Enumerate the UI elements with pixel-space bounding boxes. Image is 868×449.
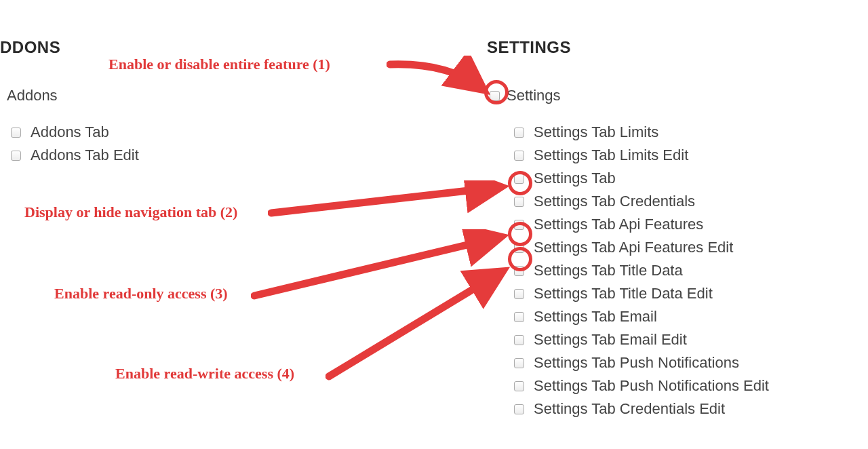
addons-parent-label: Addons (7, 87, 58, 104)
list-item[interactable]: Settings Tab Email (514, 308, 769, 326)
permission-label: Settings Tab Credentials (534, 193, 695, 210)
list-item[interactable]: Settings Tab Title Data Edit (514, 285, 769, 302)
annotation-arrow-icon (326, 265, 515, 383)
permission-label: Settings Tab (534, 170, 616, 187)
settings-section-heading: SETTINGS (487, 38, 571, 57)
list-item[interactable]: Settings Tab Push Notifications (514, 354, 769, 372)
addons-permission-list: Addons Tab Addons Tab Edit (11, 123, 139, 170)
list-item[interactable]: Addons Tab (11, 123, 139, 141)
list-item[interactable]: Settings Tab Email Edit (514, 331, 769, 349)
checkbox-settings-tab-credentials[interactable] (514, 197, 524, 207)
checkbox-settings-tab-api-features-edit[interactable] (514, 243, 524, 253)
settings-parent-checkbox[interactable] (490, 91, 500, 101)
permission-label: Settings Tab Title Data Edit (534, 285, 713, 302)
annotation-text-4: Enable read-write access (4) (115, 365, 294, 383)
checkbox-settings-tab-title-data[interactable] (514, 266, 524, 276)
permission-label: Settings Tab Limits Edit (534, 147, 688, 164)
annotation-text-1: Enable or disable entire feature (1) (108, 56, 330, 73)
list-item[interactable]: Settings Tab Limits (514, 123, 769, 141)
permission-label: Settings Tab Email Edit (534, 331, 687, 349)
addons-section-heading: DDONS (0, 38, 60, 57)
permission-label: Settings Tab Credentials Edit (534, 400, 725, 418)
list-item[interactable]: Settings Tab Credentials Edit (514, 400, 769, 418)
checkbox-settings-tab[interactable] (514, 174, 524, 184)
addons-parent-row: Addons (7, 87, 58, 104)
checkbox-settings-tab-email-edit[interactable] (514, 335, 524, 345)
checkbox-settings-tab-api-features[interactable] (514, 220, 524, 230)
list-item[interactable]: Settings Tab Credentials (514, 193, 769, 210)
permission-label: Settings Tab Push Notifications (534, 354, 739, 372)
checkbox-settings-tab-limits[interactable] (514, 128, 524, 138)
list-item[interactable]: Settings Tab Limits Edit (514, 147, 769, 164)
permission-label: Settings Tab Push Notifications Edit (534, 377, 769, 395)
annotation-arrow-icon (268, 180, 512, 228)
settings-parent-label: Settings (507, 87, 561, 104)
checkbox-settings-tab-limits-edit[interactable] (514, 151, 524, 161)
annotation-text-2: Display or hide navigation tab (2) (24, 203, 237, 221)
list-item[interactable]: Settings Tab Title Data (514, 262, 769, 279)
permission-label: Settings Tab Title Data (534, 262, 683, 279)
permission-label: Addons Tab (31, 123, 109, 141)
permission-label: Settings Tab Api Features (534, 216, 703, 233)
list-item[interactable]: Settings Tab Api Features Edit (514, 239, 769, 256)
settings-permission-list: Settings Tab Limits Settings Tab Limits … (514, 123, 769, 423)
checkbox-settings-tab-push-notifications-edit[interactable] (514, 381, 524, 391)
settings-parent-row[interactable]: Settings (490, 87, 561, 104)
list-item[interactable]: Addons Tab Edit (11, 147, 139, 164)
list-item[interactable]: Settings Tab Api Features (514, 216, 769, 233)
checkbox-addons-tab[interactable] (11, 128, 21, 138)
list-item[interactable]: Settings Tab Push Notifications Edit (514, 377, 769, 395)
checkbox-settings-tab-title-data-edit[interactable] (514, 289, 524, 299)
checkbox-settings-tab-push-notifications[interactable] (514, 358, 524, 368)
list-item[interactable]: Settings Tab (514, 170, 769, 187)
annotation-text-3: Enable read-only access (3) (54, 285, 228, 302)
permission-label: Addons Tab Edit (31, 147, 139, 164)
annotation-arrow-icon (251, 229, 512, 304)
permission-label: Settings Tab Api Features Edit (534, 239, 733, 256)
checkbox-addons-tab-edit[interactable] (11, 151, 21, 161)
annotation-arrow-icon (387, 56, 495, 102)
permission-label: Settings Tab Limits (534, 123, 658, 141)
checkbox-settings-tab-credentials-edit[interactable] (514, 404, 524, 414)
permission-label: Settings Tab Email (534, 308, 657, 326)
checkbox-settings-tab-email[interactable] (514, 312, 524, 322)
